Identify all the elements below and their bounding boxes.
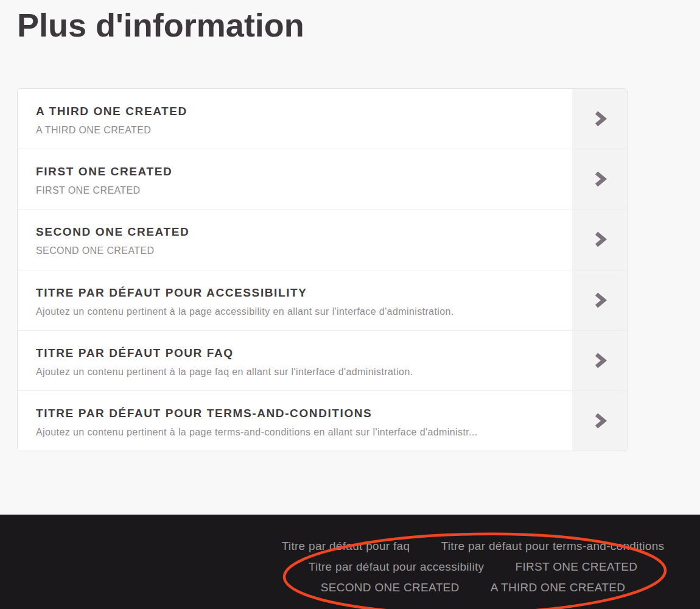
annotation-ellipse: [0, 0, 700, 609]
annotation-ellipse-shape: [284, 531, 666, 609]
annotation-layer: [0, 0, 700, 609]
